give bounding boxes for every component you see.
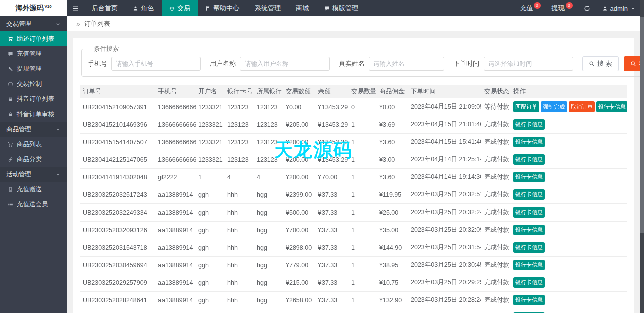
cart-icon <box>8 36 13 42</box>
phone-field-label: 手机号 <box>88 59 107 68</box>
cell-amount: ¥215.00 <box>283 274 315 292</box>
cell-order: UB2304141914302048 <box>80 169 155 186</box>
sidebar-item-商品分类[interactable]: 商品分类 <box>0 152 67 167</box>
search-icon <box>589 61 595 67</box>
cell-status: 等待付款 <box>481 98 511 116</box>
sidebar-item-抖音订单列表[interactable]: 抖音订单列表 <box>0 91 67 107</box>
cell-card: 123123 <box>225 151 254 169</box>
cell-status: 完成付款 <box>481 204 511 222</box>
sidebar-item-抖音订单审核[interactable]: 抖音订单审核 <box>0 107 67 122</box>
nav-menu: 后台首页角色交易帮助中心系统管理商城模版管理 <box>84 0 366 16</box>
action-button-银行卡信息[interactable]: 银行卡信息 <box>513 154 545 165</box>
page-scrollbar[interactable] <box>640 0 644 313</box>
action-button-银行卡信息[interactable]: 银行卡信息 <box>513 295 545 305</box>
cell-time: 2023年03月25日 20:27:43 <box>408 309 481 313</box>
cell-bank: hgg <box>254 309 283 313</box>
nav-item-label: 后台首页 <box>92 4 118 13</box>
user-menu[interactable]: admin <box>597 0 644 16</box>
cell-card: 123123 <box>225 98 254 116</box>
sidebar-item-label: 提现管理 <box>17 65 42 73</box>
sidebar-item-提现管理[interactable]: 提现管理 <box>0 61 67 76</box>
action-button-银行卡信息[interactable]: 银行卡信息 <box>596 101 627 112</box>
sidebar-group-商品管理[interactable]: 商品管理 <box>0 122 67 137</box>
refresh-button[interactable] <box>577 0 597 16</box>
action-button-银行卡信息[interactable]: 银行卡信息 <box>513 260 545 270</box>
nav-item-商城[interactable]: 商城 <box>288 0 316 16</box>
cell-qty: 1 <box>349 292 377 309</box>
nav-shortcut-提现[interactable]: 提现0 <box>545 0 577 16</box>
cell-time: 2023年03月25日 20:32:24 <box>408 204 481 222</box>
cell-balance: ¥13453.29 <box>315 151 349 169</box>
cell-actions: 银行卡信息 <box>511 186 627 204</box>
cell-commission: ¥35.00 <box>377 222 408 239</box>
cell-time: 2023年03月25日 20:30:45 <box>408 257 481 274</box>
cell-amount: ¥2898.00 <box>283 239 315 257</box>
cell-bank: 123123 <box>254 98 283 116</box>
nav-item-系统管理[interactable]: 系统管理 <box>247 0 288 16</box>
action-button-银行卡信息[interactable]: 银行卡信息 <box>513 172 545 182</box>
orders-table-header-row: 订单号手机号开户名银行卡号所属银行交易数额余额交易数量商品佣金下单时间交易状态操… <box>80 85 627 98</box>
cell-actions: 银行卡信息 <box>511 169 627 186</box>
cell-bank: hgg <box>254 292 283 309</box>
cell-qty: 1 <box>349 134 377 151</box>
sidebar-item-label: 商品列表 <box>17 140 42 149</box>
action-button-取消订单[interactable]: 取消订单 <box>569 101 595 112</box>
sidebar-item-交易控制[interactable]: 交易控制 <box>0 76 67 91</box>
order-time-input[interactable] <box>484 57 573 71</box>
nav-item-交易[interactable]: 交易 <box>162 0 198 16</box>
action-button-银行卡信息[interactable]: 银行卡信息 <box>513 137 545 147</box>
realname-input[interactable] <box>369 57 444 71</box>
sidebar-item-商品列表[interactable]: 商品列表 <box>0 137 67 152</box>
cell-card: hhh <box>225 274 254 292</box>
phone-input[interactable] <box>111 57 201 71</box>
flag-icon <box>205 6 211 11</box>
scrollbar-thumb[interactable] <box>640 17 644 233</box>
cell-balance: ¥37.33 <box>315 204 349 222</box>
search-button[interactable]: 搜 索 <box>582 56 619 71</box>
cell-account: 1233321 <box>196 134 225 151</box>
action-button-强制完成[interactable]: 强制完成 <box>541 101 567 112</box>
table-row: UB2303252029257909aa13889914gghhhhhgg¥21… <box>80 274 627 292</box>
nav-item-模版管理[interactable]: 模版管理 <box>316 0 366 16</box>
cell-card: 4 <box>225 169 254 186</box>
sidebar-item-助还订单列表[interactable]: 助还订单列表 <box>0 31 67 46</box>
nav-shortcut-充值[interactable]: 充值0 <box>513 0 545 16</box>
sidebar-item-充值赠送[interactable]: 充值赠送 <box>0 182 67 197</box>
sidebar-item-label: 抖音订单审核 <box>17 110 54 119</box>
cell-order: UB2304152101469396 <box>80 116 155 134</box>
column-header: 手机号 <box>155 85 196 98</box>
action-button-银行卡信息[interactable]: 银行卡信息 <box>513 225 545 235</box>
sidebar-item-充值管理[interactable]: 充值管理 <box>0 46 67 61</box>
cell-qty: 1 <box>349 274 377 292</box>
action-button-银行卡信息[interactable]: 银行卡信息 <box>513 207 545 218</box>
username-input[interactable] <box>240 57 330 71</box>
action-button-银行卡信息[interactable]: 银行卡信息 <box>513 277 545 288</box>
column-header: 交易数量 <box>349 85 377 98</box>
cell-actions: 银行卡信息 <box>511 239 627 257</box>
sidebar-toggle-button[interactable] <box>67 0 84 16</box>
action-button-银行卡信息[interactable]: 银行卡信息 <box>513 189 545 200</box>
sidebar-item-充值送会员[interactable]: 充值送会员 <box>0 197 67 212</box>
cell-bank: hgg <box>254 186 283 204</box>
action-button-匹配订单[interactable]: 匹配订单 <box>513 101 539 112</box>
cell-bank: hgg <box>254 274 283 292</box>
cell-phone: aa13889914 <box>155 292 196 309</box>
table-row: UB2303252027439706aa13889914gghhhhhgg¥23… <box>80 309 627 313</box>
action-button-银行卡信息[interactable]: 银行卡信息 <box>513 242 545 253</box>
action-button-银行卡信息[interactable]: 银行卡信息 <box>513 119 545 130</box>
sidebar-group-活动管理[interactable]: 活动管理 <box>0 167 67 182</box>
table-row: UB23041521090573911366666666612333211231… <box>80 98 627 116</box>
orders-table: 订单号手机号开户名银行卡号所属银行交易数额余额交易数量商品佣金下单时间交易状态操… <box>80 85 627 313</box>
nav-item-后台首页[interactable]: 后台首页 <box>84 0 125 16</box>
order-list-card: 条件搜索 手机号 用户名称 真实姓名 下单时间 <box>73 38 634 313</box>
cell-balance: ¥37.33 <box>315 186 349 204</box>
main-area: » 订单列表 条件搜索 手机号 用户名称 真实姓名 <box>67 16 644 313</box>
sidebar-group-交易管理[interactable]: 交易管理 <box>0 16 67 31</box>
sidebar-group-label: 活动管理 <box>6 170 31 179</box>
app-title: 海外源码 <box>15 4 43 13</box>
nav-shortcut-label: 提现 <box>552 4 565 13</box>
sidebar-item-label: 充值管理 <box>17 50 42 58</box>
nav-item-帮助中心[interactable]: 帮助中心 <box>198 0 247 16</box>
nav-item-角色[interactable]: 角色 <box>125 0 162 16</box>
cell-commission: ¥38.95 <box>377 257 408 274</box>
